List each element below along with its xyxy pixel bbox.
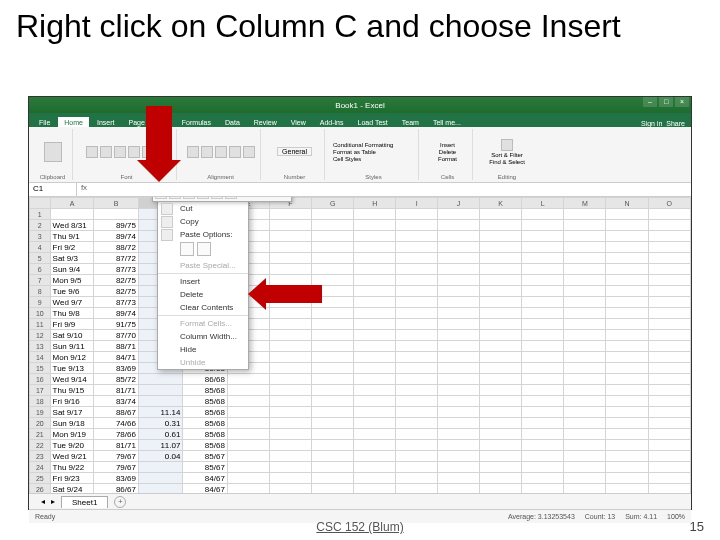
cell[interactable]: Fri 9/9 xyxy=(50,319,94,330)
cell[interactable] xyxy=(564,484,606,494)
format-cells-button[interactable]: Format xyxy=(438,156,457,162)
cell[interactable] xyxy=(354,385,396,396)
cell[interactable] xyxy=(606,418,648,429)
underline-icon[interactable] xyxy=(114,146,126,158)
cell[interactable] xyxy=(522,297,564,308)
cell[interactable] xyxy=(396,374,438,385)
cell[interactable] xyxy=(354,297,396,308)
cell[interactable]: 83/69 xyxy=(94,363,138,374)
cell[interactable] xyxy=(522,440,564,451)
cell[interactable] xyxy=(438,231,480,242)
cell[interactable] xyxy=(396,242,438,253)
cell[interactable]: 74/66 xyxy=(94,418,138,429)
cell[interactable] xyxy=(312,418,354,429)
cell[interactable] xyxy=(269,407,311,418)
cell[interactable] xyxy=(522,396,564,407)
cell[interactable] xyxy=(227,396,269,407)
cell[interactable] xyxy=(396,473,438,484)
cell[interactable] xyxy=(564,396,606,407)
cell[interactable] xyxy=(227,473,269,484)
row-header[interactable]: 18 xyxy=(30,396,51,407)
cell[interactable] xyxy=(522,308,564,319)
cell[interactable] xyxy=(269,264,311,275)
cell[interactable] xyxy=(138,462,182,473)
cell[interactable]: 85/68 xyxy=(183,407,227,418)
cell[interactable] xyxy=(480,451,522,462)
cell[interactable] xyxy=(50,209,94,220)
cell[interactable] xyxy=(438,462,480,473)
cell[interactable]: Sat 9/17 xyxy=(50,407,94,418)
cell[interactable]: Sat 9/3 xyxy=(50,253,94,264)
cell[interactable] xyxy=(648,473,690,484)
cell[interactable]: Thu 9/8 xyxy=(50,308,94,319)
cell[interactable] xyxy=(438,242,480,253)
cell[interactable] xyxy=(396,462,438,473)
column-header-K[interactable]: K xyxy=(480,198,522,209)
cell[interactable] xyxy=(312,220,354,231)
cell[interactable] xyxy=(564,242,606,253)
cell[interactable] xyxy=(480,231,522,242)
cell[interactable] xyxy=(606,473,648,484)
cell[interactable] xyxy=(564,473,606,484)
cell[interactable] xyxy=(354,429,396,440)
cell[interactable] xyxy=(648,429,690,440)
cell[interactable]: 0.61 xyxy=(138,429,182,440)
cell[interactable] xyxy=(480,209,522,220)
cell[interactable]: 79/67 xyxy=(94,451,138,462)
signin-link[interactable]: Sign in xyxy=(641,120,662,127)
cell[interactable] xyxy=(606,319,648,330)
cell[interactable] xyxy=(480,253,522,264)
cell[interactable] xyxy=(438,286,480,297)
row-header[interactable]: 19 xyxy=(30,407,51,418)
cell[interactable]: Sun 9/18 xyxy=(50,418,94,429)
cell[interactable] xyxy=(438,484,480,494)
cell[interactable]: 85/68 xyxy=(183,429,227,440)
cell[interactable] xyxy=(564,352,606,363)
cell[interactable] xyxy=(354,341,396,352)
cell[interactable] xyxy=(564,275,606,286)
cell[interactable] xyxy=(480,407,522,418)
cell[interactable] xyxy=(227,440,269,451)
ribbon-tab-tell-me...[interactable]: Tell me... xyxy=(427,117,467,127)
row-header[interactable]: 15 xyxy=(30,363,51,374)
cell[interactable] xyxy=(606,396,648,407)
cell[interactable] xyxy=(396,264,438,275)
menu-hide[interactable]: Hide xyxy=(158,343,248,356)
name-box[interactable]: C1 xyxy=(29,183,77,196)
cell[interactable]: 86/67 xyxy=(94,484,138,494)
row-header[interactable]: 20 xyxy=(30,418,51,429)
select-all-cell[interactable] xyxy=(30,198,51,209)
cell[interactable] xyxy=(648,242,690,253)
cell[interactable]: 85/68 xyxy=(183,396,227,407)
cell[interactable] xyxy=(606,440,648,451)
cell[interactable] xyxy=(438,330,480,341)
cell[interactable]: 83/69 xyxy=(94,473,138,484)
cell[interactable]: 89/74 xyxy=(94,308,138,319)
cell[interactable] xyxy=(480,319,522,330)
cell[interactable] xyxy=(606,275,648,286)
row-header[interactable]: 3 xyxy=(30,231,51,242)
cell[interactable] xyxy=(438,253,480,264)
row-header[interactable]: 21 xyxy=(30,429,51,440)
cell[interactable]: Wed 9/7 xyxy=(50,297,94,308)
wrap-icon[interactable] xyxy=(229,146,241,158)
cell[interactable] xyxy=(396,319,438,330)
cell[interactable] xyxy=(480,242,522,253)
close-icon[interactable]: × xyxy=(675,97,689,107)
cell[interactable] xyxy=(227,407,269,418)
cell[interactable] xyxy=(522,330,564,341)
cell[interactable] xyxy=(312,484,354,494)
cell[interactable] xyxy=(648,385,690,396)
row-header[interactable]: 14 xyxy=(30,352,51,363)
cell[interactable] xyxy=(138,374,182,385)
cell[interactable] xyxy=(480,275,522,286)
cell[interactable]: Mon 9/19 xyxy=(50,429,94,440)
mini-color-icon[interactable] xyxy=(197,197,209,199)
tab-nav-prev-icon[interactable]: ◂ xyxy=(41,497,45,506)
cell[interactable] xyxy=(312,429,354,440)
cell[interactable] xyxy=(438,396,480,407)
column-header-N[interactable]: N xyxy=(606,198,648,209)
mini-size-icon[interactable] xyxy=(169,197,181,199)
cell[interactable] xyxy=(269,341,311,352)
cell[interactable] xyxy=(396,253,438,264)
